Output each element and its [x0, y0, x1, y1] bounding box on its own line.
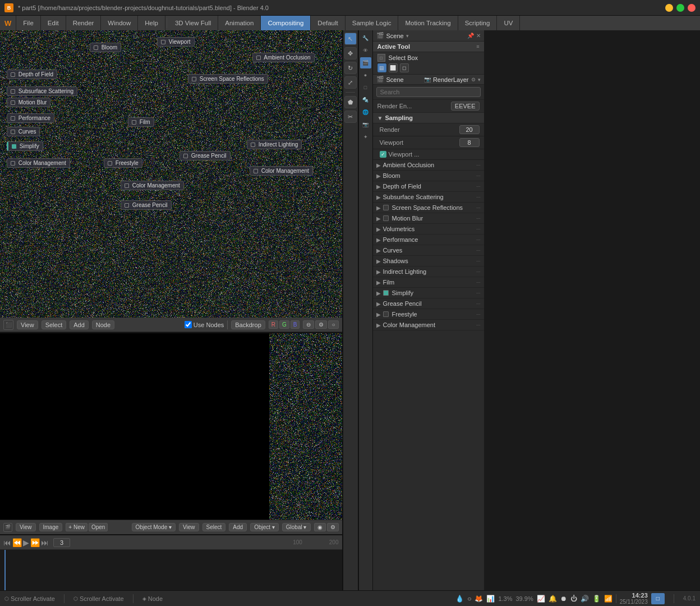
step-back-btn[interactable]: ⏪: [12, 538, 22, 547]
viewport-global-btn[interactable]: Global ▾: [282, 523, 311, 531]
viewport-select2-btn[interactable]: Select: [202, 523, 226, 531]
active-tool-settings-icon[interactable]: ≡: [476, 44, 479, 49]
channel-r[interactable]: R: [269, 320, 278, 329]
node-performance[interactable]: Performance: [7, 113, 54, 123]
workspace-indicator[interactable]: □: [651, 593, 665, 604]
node-color-management-1[interactable]: Color Management: [7, 158, 70, 168]
section-dof-header[interactable]: ▶ Depth of Field ···: [373, 181, 484, 191]
ssr-check[interactable]: [383, 205, 389, 210]
viewport-denoising-check[interactable]: ✓: [380, 151, 386, 158]
sampling-section-header[interactable]: ▼ Sampling: [373, 113, 484, 123]
section-mb-header[interactable]: ▶ Motion Blur ···: [373, 213, 484, 223]
tab-animation[interactable]: Animation: [218, 16, 261, 30]
side-tab-tool[interactable]: 🔧: [360, 33, 371, 44]
menu-edit[interactable]: Edit: [41, 16, 66, 30]
node-view-btn[interactable]: View: [17, 320, 38, 329]
node-grease-pencil-2[interactable]: Grease Pencil: [121, 200, 172, 210]
node-ambient-occlusion[interactable]: Ambient Occlusion: [252, 53, 315, 62]
tool-cut[interactable]: ✂: [344, 111, 357, 123]
blender-logo-menu[interactable]: W: [0, 16, 16, 30]
render-layer-chevron[interactable]: ▾: [478, 77, 481, 82]
select-icon-3[interactable]: ◻: [400, 63, 409, 72]
side-tab-material[interactable]: ●: [360, 70, 371, 81]
tab-compositing[interactable]: Compositing: [261, 16, 311, 30]
viewport-view-btn[interactable]: View: [16, 523, 36, 531]
node-curves[interactable]: Curves: [7, 127, 40, 136]
section-curves-header[interactable]: ▶ Curves ···: [373, 245, 484, 255]
render-layer-settings[interactable]: ⚙: [471, 77, 476, 82]
node-motion-blur[interactable]: Motion Blur: [7, 98, 50, 107]
tool-rotate[interactable]: ↻: [344, 62, 357, 74]
side-tab-modifier[interactable]: 🔩: [360, 94, 371, 105]
side-tab-scene[interactable]: 🎬: [360, 57, 371, 68]
mb-check[interactable]: [383, 215, 389, 221]
node-subsurface-scattering[interactable]: Subsurface Scattering: [7, 86, 77, 96]
tab-3d-view-full[interactable]: 3D View Full: [168, 16, 218, 30]
channel-g[interactable]: G: [279, 320, 289, 329]
viewport-samples-value[interactable]: 8: [459, 138, 480, 147]
menu-help[interactable]: Help: [138, 16, 165, 30]
current-frame-display[interactable]: 3: [53, 538, 70, 547]
section-il-header[interactable]: ▶ Indirect Lighting ···: [373, 267, 484, 277]
fs-check[interactable]: [383, 311, 389, 317]
tab-scripting[interactable]: Scripting: [458, 16, 498, 30]
node-freestyle[interactable]: Freestyle: [104, 158, 142, 168]
pin-icon[interactable]: 📌: [467, 33, 474, 39]
step-forward-btn[interactable]: ⏩: [30, 538, 40, 547]
node-grease-pencil-1[interactable]: Grease Pencil: [179, 151, 231, 160]
tab-uv[interactable]: UV: [497, 16, 520, 30]
render-samples-value[interactable]: 20: [459, 125, 480, 134]
tab-game-logic[interactable]: Sample Logic: [346, 16, 399, 30]
tab-default[interactable]: Default: [311, 16, 345, 30]
object-mode-btn[interactable]: Object Mode ▾: [132, 523, 176, 531]
section-perf-header[interactable]: ▶ Performance ···: [373, 235, 484, 245]
use-nodes-toggle[interactable]: Use Nodes: [185, 321, 224, 328]
tool-scale[interactable]: ⤢: [344, 76, 357, 89]
viewport-object-btn[interactable]: Object ▾: [250, 523, 279, 531]
close-panel-icon[interactable]: ✕: [476, 33, 481, 39]
use-nodes-checkbox[interactable]: [185, 321, 192, 328]
select-icon-1[interactable]: ▤: [377, 63, 386, 72]
node-bloom[interactable]: Bloom: [90, 43, 121, 52]
tool-select[interactable]: ↖: [344, 33, 357, 45]
node-add-btn[interactable]: Add: [70, 320, 89, 329]
minimize-button[interactable]: [665, 4, 673, 12]
section-shadows-header[interactable]: ▶ Shadows ···: [373, 256, 484, 266]
render-icon[interactable]: ○: [328, 320, 338, 329]
section-cm-header[interactable]: ▶ Color Management ···: [373, 320, 484, 330]
node-depth-of-field[interactable]: Depth of Field: [7, 70, 57, 79]
side-tab-output[interactable]: 📷: [360, 119, 371, 130]
display-settings-icon[interactable]: ⚙: [315, 320, 327, 329]
tool-move[interactable]: ✥: [344, 47, 357, 59]
node-indirect-lighting[interactable]: Indirect Lighting: [247, 140, 302, 149]
backdrop-btn[interactable]: Backdrop: [231, 320, 265, 329]
side-tab-world[interactable]: 🌐: [360, 107, 371, 118]
timeline-track[interactable]: [0, 550, 342, 590]
section-simplify-header[interactable]: ▶ Simplify ···: [373, 288, 484, 298]
channel-b[interactable]: B: [291, 320, 300, 329]
viewport-image-btn[interactable]: Image: [39, 523, 63, 531]
viewport-add-btn[interactable]: Add: [229, 523, 247, 531]
section-sss-header[interactable]: ▶ Subsurface Scattering ···: [373, 192, 484, 202]
simplify-check[interactable]: [383, 290, 389, 296]
render-engine-value[interactable]: EEVEE: [451, 102, 480, 111]
side-tab-view[interactable]: 👁: [360, 45, 371, 56]
viewport-type-icon[interactable]: 🎬: [3, 523, 12, 532]
viewport-overlay-icon[interactable]: ⚙: [327, 523, 339, 531]
node-screen-space-reflections[interactable]: Screen Space Reflections: [188, 74, 268, 84]
add-new-btn[interactable]: + New: [66, 523, 88, 531]
section-fs-header[interactable]: ▶ Freestyle ···: [373, 309, 484, 319]
section-bloom-header[interactable]: ▶ Bloom ···: [373, 171, 484, 181]
tool-node-connect[interactable]: ⬟: [344, 96, 357, 108]
viewport-view2-btn[interactable]: View: [179, 523, 199, 531]
open-btn[interactable]: Open: [89, 523, 108, 531]
node-select-btn[interactable]: Select: [42, 320, 67, 329]
side-tab-compositing[interactable]: ✦: [360, 131, 371, 143]
menu-file[interactable]: File: [16, 16, 41, 30]
jump-end-btn[interactable]: ⏭: [41, 538, 49, 547]
tab-motion-tracking[interactable]: Motion Tracking: [398, 16, 458, 30]
select-icon-2[interactable]: ⬜: [389, 63, 398, 72]
play-btn[interactable]: ▶: [23, 538, 29, 547]
search-input[interactable]: [376, 87, 481, 97]
node-node-btn[interactable]: Node: [92, 320, 114, 329]
